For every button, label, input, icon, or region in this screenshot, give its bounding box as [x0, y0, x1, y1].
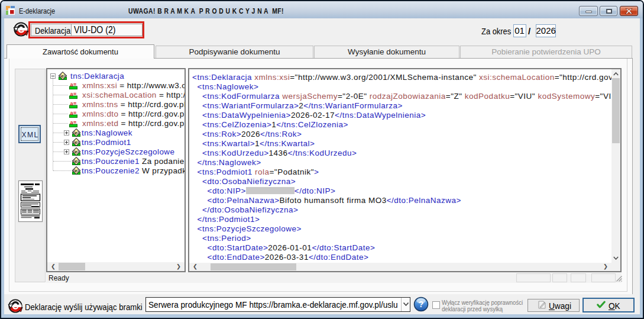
svg-text:a=: a=	[70, 91, 77, 97]
svg-text:e: e	[75, 158, 78, 163]
svg-text:a=: a=	[70, 82, 77, 88]
svg-text:e: e	[75, 149, 78, 154]
svg-text:?: ?	[419, 299, 424, 309]
svg-text:e: e	[62, 73, 64, 78]
svg-text:a=: a=	[70, 120, 77, 125]
svg-text:e: e	[75, 130, 78, 135]
svg-text:a=: a=	[70, 101, 77, 107]
svg-text:a=: a=	[70, 110, 77, 116]
svg-text:e: e	[75, 167, 78, 173]
svg-text:e: e	[75, 139, 78, 144]
